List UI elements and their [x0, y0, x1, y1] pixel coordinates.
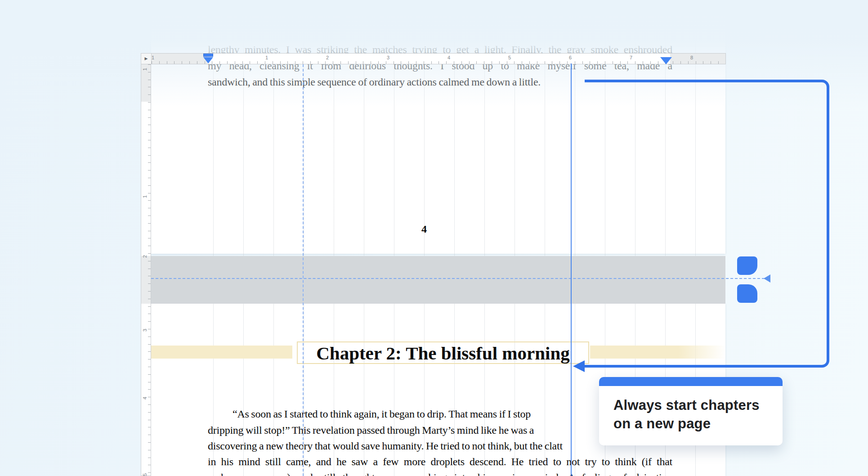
- paragraph-line[interactable]: “As soon as I started to think again, it…: [208, 406, 531, 422]
- chapter-heading[interactable]: Chapter 2: The blissful morning: [297, 342, 589, 364]
- ruler-label: 1: [152, 55, 154, 60]
- ruler-label: 5: [142, 472, 148, 476]
- paragraph-line[interactable]: dripping will stop!” This revelation pas…: [208, 422, 534, 438]
- paragraph-line[interactable]: sandwich, and this simple sequence of or…: [208, 74, 541, 90]
- heading-highlight-left: [151, 346, 292, 359]
- horizontal-ruler[interactable]: 1 1 2 3 4 5 6 7 8: [141, 53, 726, 64]
- callout-frame: [585, 80, 829, 368]
- tooltip-card: Always start chapters on a new page: [599, 377, 783, 445]
- ruler-label: 1: [142, 66, 148, 72]
- tooltip-text-line: on a new page: [613, 414, 775, 433]
- paragraph-line[interactable]: in his mind still came, and he saw a few…: [208, 454, 672, 470]
- ruler-label: 8: [690, 55, 693, 60]
- document-editor-canvas: lengthy minutes. I was striking the matc…: [0, 0, 868, 476]
- ruler-ticks: [152, 61, 725, 64]
- tooltip-header-bar: [599, 377, 783, 386]
- ruler-ticks: [148, 64, 151, 476]
- ruler-label: 2: [326, 55, 329, 60]
- ruler-label: 3: [387, 55, 389, 60]
- ruler-label: 3: [142, 327, 148, 333]
- page-number[interactable]: 4: [417, 223, 431, 235]
- callout-guide-line: [571, 63, 572, 476]
- tooltip-text-line: Always start chapters: [613, 396, 775, 414]
- callout-arrow-icon: [573, 360, 585, 372]
- ruler-label: 4: [142, 395, 148, 401]
- paragraph-line[interactable]: makes any sense) and still thoughts came…: [208, 469, 672, 476]
- ruler-label: 6: [569, 55, 572, 60]
- text-direction-icon[interactable]: ▶: [141, 53, 152, 64]
- ruler-label: 1: [142, 193, 148, 200]
- margin-guide-line: [303, 64, 304, 476]
- left-indent-marker[interactable]: [203, 57, 213, 63]
- ruler-label: 1: [265, 55, 268, 60]
- right-indent-marker[interactable]: [660, 57, 672, 64]
- ruler-label: 7: [630, 55, 632, 60]
- ruler-label: 2: [142, 253, 148, 260]
- first-line-indent-marker[interactable]: [203, 54, 213, 57]
- tooltip-text: Always start chapters on a new page: [613, 396, 775, 433]
- ruler-label: 4: [447, 55, 450, 60]
- paragraph-line[interactable]: discovering a new theory that would save…: [208, 438, 563, 454]
- vertical-ruler[interactable]: 1 1 2 3 4 5: [141, 64, 151, 476]
- ruler-label: 5: [508, 55, 511, 60]
